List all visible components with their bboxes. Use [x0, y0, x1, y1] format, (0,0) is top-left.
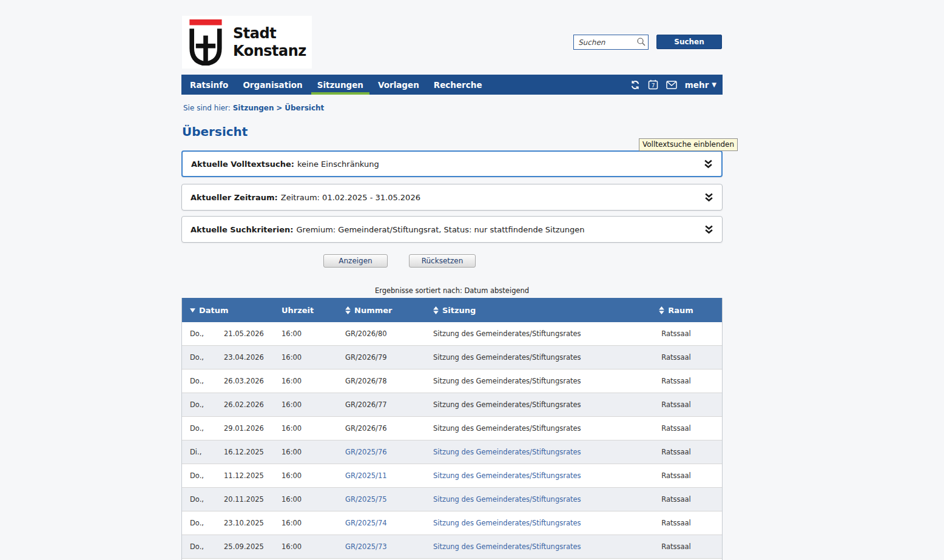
room-cell: Ratssaal	[661, 448, 691, 456]
date-cell: 26.02.2026	[224, 400, 282, 409]
number-cell[interactable]: GR/2026/76	[345, 424, 433, 433]
room-cell: Ratssaal	[661, 424, 691, 433]
expand-double-chevron-icon[interactable]	[704, 160, 713, 169]
time-cell: 16:00	[282, 353, 345, 362]
session-title-cell[interactable]: Sitzung des Gemeinderates/Stiftungsrates	[433, 377, 630, 385]
session-title-cell[interactable]: Sitzung des Gemeinderates/Stiftungsrates	[433, 542, 630, 551]
nav-item-ratsinfo[interactable]: Ratsinfo	[184, 75, 234, 95]
day-cell: Di.,	[190, 448, 224, 456]
session-title-cell[interactable]: Sitzung des Gemeinderates/Stiftungsrates	[433, 495, 630, 504]
session-title-cell[interactable]: Sitzung des Gemeinderates/Stiftungsrates	[433, 471, 630, 480]
panel-value: Gremium: Gemeinderat/Stiftungsrat, Statu…	[297, 225, 585, 234]
room-cell: Ratssaal	[661, 519, 691, 527]
time-cell: 16:00	[282, 377, 345, 385]
session-row[interactable]: Do., 26.02.2026 16:00 GR/2026/77 Sitzung…	[182, 393, 722, 417]
column-header-raum[interactable]: Raum	[659, 306, 693, 315]
room-cell: Ratssaal	[661, 542, 691, 551]
expand-double-chevron-icon[interactable]	[704, 193, 713, 202]
day-cell: Do.,	[190, 424, 224, 433]
nav-more-button[interactable]: mehr ▼	[685, 80, 716, 90]
session-title-cell[interactable]: Sitzung des Gemeinderates/Stiftungsrates	[433, 519, 630, 527]
number-cell[interactable]: GR/2025/11	[345, 471, 433, 480]
number-cell[interactable]: GR/2026/80	[345, 329, 433, 338]
session-title-cell[interactable]: Sitzung des Gemeinderates/Stiftungsrates	[433, 424, 630, 433]
time-cell: 16:00	[282, 400, 345, 409]
session-row[interactable]: Do., 23.04.2026 16:00 GR/2026/79 Sitzung…	[182, 346, 722, 369]
session-row[interactable]: Di., 16.12.2025 16:00 GR/2025/76 Sitzung…	[182, 440, 722, 464]
breadcrumb-prefix: Sie sind hier:	[183, 104, 231, 112]
nav-more-label: mehr	[685, 80, 709, 90]
date-cell: 25.09.2025	[224, 542, 282, 551]
column-label: Sitzung	[442, 306, 476, 315]
fulltext-search-panel[interactable]: Aktuelle Volltextsuche: keine Einschränk…	[181, 150, 723, 177]
session-row[interactable]: Do., 29.01.2026 16:00 GR/2026/76 Sitzung…	[182, 417, 722, 440]
room-cell: Ratssaal	[661, 329, 691, 338]
mail-icon[interactable]	[666, 81, 677, 89]
column-header-uhrzeit[interactable]: Uhrzeit	[282, 306, 345, 315]
chevron-down-icon: ▼	[712, 81, 716, 88]
logo-line2: Konstanz	[233, 42, 306, 59]
session-row[interactable]: Do., 11.12.2025 16:00 GR/2025/11 Sitzung…	[182, 464, 722, 488]
calendar-icon[interactable]: 7	[648, 79, 658, 90]
number-cell[interactable]: GR/2025/73	[345, 542, 433, 551]
session-title-cell[interactable]: Sitzung des Gemeinderates/Stiftungsrates	[433, 448, 630, 456]
date-cell: 23.04.2026	[224, 353, 282, 362]
show-button[interactable]: Anzeigen	[323, 254, 388, 268]
number-cell[interactable]: GR/2026/79	[345, 353, 433, 362]
date-cell: 26.03.2026	[224, 377, 282, 385]
panel-label: Aktueller Zeitraum:	[190, 193, 278, 202]
nav-item-vorlagen[interactable]: Vorlagen	[372, 75, 425, 95]
logo-line1: Stadt	[233, 25, 306, 42]
session-row[interactable]: Do., 26.03.2026 16:00 GR/2026/78 Sitzung…	[182, 369, 722, 393]
sort-both-icon	[433, 306, 439, 314]
session-row[interactable]: Do., 25.09.2025 16:00 GR/2025/73 Sitzung…	[182, 535, 722, 559]
date-cell: 29.01.2026	[224, 424, 282, 433]
day-cell: Do.,	[190, 329, 224, 338]
search-button[interactable]: Suchen	[656, 35, 722, 49]
logo-text: Stadt Konstanz	[233, 25, 306, 59]
site-logo[interactable]: Stadt Konstanz	[182, 16, 312, 69]
table-header-row: Datum Uhrzeit Nummer Sitzung Raum	[182, 298, 722, 322]
breadcrumb-separator: >	[276, 104, 282, 112]
nav-item-recherche[interactable]: Recherche	[428, 75, 488, 95]
number-cell[interactable]: GR/2025/76	[345, 448, 433, 456]
session-title-cell[interactable]: Sitzung des Gemeinderates/Stiftungsrates	[433, 400, 630, 409]
breadcrumb-link-sitzungen[interactable]: Sitzungen	[233, 104, 274, 112]
search-icon	[636, 37, 646, 47]
panel-label: Aktuelle Suchkriterien:	[190, 225, 294, 234]
nav-item-organisation[interactable]: Organisation	[237, 75, 308, 95]
column-label: Datum	[199, 306, 229, 315]
number-cell[interactable]: GR/2025/74	[345, 519, 433, 527]
day-cell: Do.,	[190, 353, 224, 362]
konstanz-coat-of-arms-icon	[188, 19, 223, 66]
nav-item-sitzungen[interactable]: Sitzungen	[311, 75, 369, 95]
timeframe-panel[interactable]: Aktueller Zeitraum: Zeitraum: 01.02.2025…	[181, 184, 723, 211]
sort-both-icon	[659, 306, 664, 314]
column-header-sitzung[interactable]: Sitzung	[433, 306, 630, 315]
session-row[interactable]: Do., 20.11.2025 16:00 GR/2025/75 Sitzung…	[182, 488, 722, 511]
room-cell: Ratssaal	[661, 377, 691, 385]
room-cell: Ratssaal	[661, 400, 691, 409]
column-header-nummer[interactable]: Nummer	[345, 306, 433, 315]
day-cell: Do.,	[190, 495, 224, 504]
room-cell: Ratssaal	[661, 471, 691, 480]
column-header-datum[interactable]: Datum	[190, 306, 282, 315]
number-cell[interactable]: GR/2026/78	[345, 377, 433, 385]
sort-info-text: Ergebnisse sortiert nach: Datum absteige…	[181, 286, 723, 295]
number-cell[interactable]: GR/2025/75	[345, 495, 433, 504]
reset-button[interactable]: Rücksetzen	[409, 254, 476, 268]
date-cell: 23.10.2025	[224, 519, 282, 527]
breadcrumb-current: Übersicht	[285, 104, 324, 112]
refresh-icon[interactable]	[630, 80, 640, 90]
session-row[interactable]: Do., 23.10.2025 16:00 GR/2025/74 Sitzung…	[182, 511, 722, 535]
number-cell[interactable]: GR/2026/77	[345, 400, 433, 409]
session-row[interactable]: Do., 21.05.2026 16:00 GR/2026/80 Sitzung…	[182, 322, 722, 346]
fulltext-search-tooltip: Volltextsuche einblenden	[639, 138, 738, 151]
table-body: Do., 21.05.2026 16:00 GR/2026/80 Sitzung…	[182, 322, 722, 560]
search-criteria-panel[interactable]: Aktuelle Suchkriterien: Gremium: Gemeind…	[181, 216, 723, 243]
session-title-cell[interactable]: Sitzung des Gemeinderates/Stiftungsrates	[433, 353, 630, 362]
expand-double-chevron-icon[interactable]	[704, 225, 713, 234]
session-title-cell[interactable]: Sitzung des Gemeinderates/Stiftungsrates	[433, 329, 630, 338]
breadcrumb: Sie sind hier: Sitzungen > Übersicht	[183, 104, 324, 112]
time-cell: 16:00	[282, 329, 345, 338]
